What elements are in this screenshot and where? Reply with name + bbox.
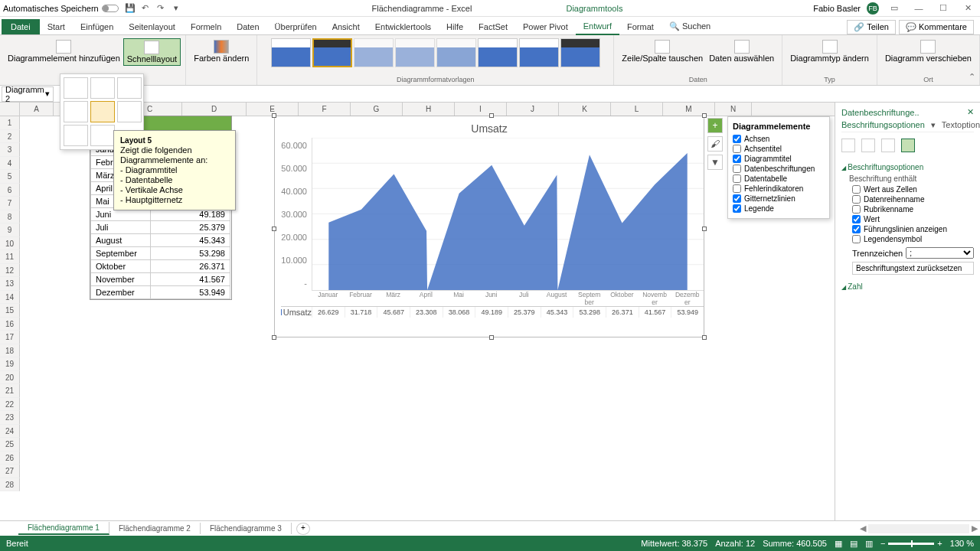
change-colors-button[interactable]: Farben ändern xyxy=(191,38,252,64)
tab-factset[interactable]: FactSet xyxy=(471,19,515,34)
label-options-tab[interactable]: Beschriftungsoptionen xyxy=(841,120,925,130)
chart-filters-button[interactable]: ▼ xyxy=(707,155,723,170)
label-option[interactable]: Datenreihenname xyxy=(852,194,974,204)
element-option[interactable]: Achsentitel xyxy=(733,144,825,154)
element-option[interactable]: Datenbeschriftungen xyxy=(733,164,825,174)
tab-developer[interactable]: Entwicklertools xyxy=(368,19,439,34)
element-option[interactable]: Diagrammtitel xyxy=(733,154,825,164)
label-option[interactable]: Wert xyxy=(852,214,974,224)
separator-select[interactable]: ; xyxy=(906,247,974,259)
tab-help[interactable]: Hilfe xyxy=(439,19,471,34)
context-tab-title: Diagrammtools xyxy=(566,4,622,13)
close-pane-icon[interactable]: ✕ xyxy=(967,107,974,117)
sheet-tab-1[interactable]: Flächendiagramme 1 xyxy=(18,522,109,535)
layout-1[interactable] xyxy=(64,77,88,99)
label-option[interactable]: Führungslinien anzeigen xyxy=(852,224,974,234)
layout-4[interactable] xyxy=(64,101,88,122)
autosave-toggle[interactable]: Automatisches Speichern xyxy=(3,4,119,13)
tab-review[interactable]: Überprüfen xyxy=(267,19,325,34)
chart-elements-button[interactable]: + xyxy=(707,118,723,133)
qat-customize-icon[interactable]: ▾ xyxy=(171,3,181,14)
add-chart-element-button[interactable]: Diagrammelement hinzufügen xyxy=(5,38,123,66)
zoom-slider[interactable]: −+ xyxy=(880,539,942,548)
element-option[interactable]: Achsen xyxy=(733,134,825,144)
sheet-tab-3[interactable]: Flächendiagramme 3 xyxy=(201,523,292,534)
chart-styles-gallery[interactable] xyxy=(271,38,600,67)
label-option[interactable]: Legendensymbol xyxy=(852,234,974,244)
size-icon[interactable] xyxy=(881,139,895,152)
layout-8[interactable] xyxy=(90,125,115,146)
maximize-icon[interactable]: ☐ xyxy=(934,3,952,13)
format-data-labels-pane: Datenbeschriftunge..✕ Beschriftungsoptio… xyxy=(835,103,980,520)
label-options-icon[interactable] xyxy=(901,139,915,152)
minimize-icon[interactable]: — xyxy=(910,4,928,13)
element-option[interactable]: Gitternetzlinien xyxy=(733,194,825,204)
chart-data-table: Umsatz 26.62931.71845.68723.30838.06849.… xyxy=(281,306,704,318)
comments-button[interactable]: 💬 Kommentare xyxy=(899,20,974,34)
sheet-tab-2[interactable]: Flächendiagramme 2 xyxy=(109,523,201,534)
quick-layout-button[interactable]: Schnelllayout xyxy=(123,38,181,66)
style-1[interactable] xyxy=(271,38,311,67)
collapse-ribbon-icon[interactable]: ⌃ xyxy=(969,72,975,82)
name-box[interactable]: Diagramm 2▾ xyxy=(2,86,54,102)
layout-5[interactable] xyxy=(90,101,115,122)
tab-view[interactable]: Ansicht xyxy=(325,19,368,34)
chart-styles-button[interactable]: 🖌 xyxy=(707,136,723,152)
chart-object[interactable]: Umsatz 60.00050.00040.00030.00020.00010.… xyxy=(274,116,704,337)
redo-icon[interactable]: ↷ xyxy=(155,3,166,14)
label-option[interactable]: Wert aus Zellen xyxy=(852,184,974,194)
effects-icon[interactable] xyxy=(861,139,875,152)
text-options-tab[interactable]: Textoptionen xyxy=(942,120,980,130)
element-option[interactable]: Datentabelle xyxy=(733,174,825,184)
reset-label-button[interactable]: Beschriftungstext zurücksetzen xyxy=(852,262,974,275)
view-page-icon[interactable]: ▤ xyxy=(850,539,858,549)
style-3[interactable] xyxy=(354,38,394,67)
label-option[interactable]: Rubrikenname xyxy=(852,204,974,214)
move-chart-button[interactable]: Diagramm verschieben xyxy=(882,38,975,64)
tab-powerpivot[interactable]: Power Pivot xyxy=(515,19,576,34)
sheet-tab-bar: Flächendiagramme 1 Flächendiagramme 2 Fl… xyxy=(0,520,980,536)
layout-2[interactable] xyxy=(90,77,115,99)
user-name[interactable]: Fabio Basler xyxy=(813,4,861,13)
tab-pagelayout[interactable]: Seitenlayout xyxy=(121,19,183,34)
share-button[interactable]: 🔗 Teilen xyxy=(847,20,896,34)
switch-row-col-button[interactable]: Zeile/Spalte tauschen xyxy=(619,38,706,64)
style-6[interactable] xyxy=(478,38,518,67)
select-data-button[interactable]: Daten auswählen xyxy=(706,38,777,64)
close-icon[interactable]: ✕ xyxy=(959,3,977,13)
add-sheet-button[interactable]: + xyxy=(296,523,310,535)
ribbon-display-icon[interactable]: ▭ xyxy=(885,3,903,13)
element-option[interactable]: Fehlerindikatoren xyxy=(733,184,825,194)
view-break-icon[interactable]: ▥ xyxy=(865,539,873,549)
view-normal-icon[interactable]: ▦ xyxy=(835,539,842,549)
style-2[interactable] xyxy=(312,38,352,67)
user-avatar[interactable]: FB xyxy=(867,2,879,15)
status-sum: Summe: 460.505 xyxy=(763,539,827,548)
layout-tooltip: Layout 5 Zeigt die folgenden Diagrammele… xyxy=(113,130,236,210)
element-option[interactable]: Legende xyxy=(733,204,825,214)
save-icon[interactable]: 💾 xyxy=(125,3,136,14)
style-4[interactable] xyxy=(395,38,435,67)
tab-data[interactable]: Daten xyxy=(229,19,266,34)
plot-area[interactable] xyxy=(312,138,704,291)
undo-icon[interactable]: ↶ xyxy=(140,3,151,14)
chart-elements-menu: Diagrammelemente AchsenAchsentitelDiagra… xyxy=(727,116,830,219)
y-axis: 60.00050.00040.00030.00020.00010.000- xyxy=(275,138,312,291)
layout-3[interactable] xyxy=(117,77,142,99)
tab-design[interactable]: Entwurf xyxy=(576,18,619,35)
style-5[interactable] xyxy=(436,38,476,67)
tab-format[interactable]: Format xyxy=(619,19,662,34)
tab-insert[interactable]: Einfügen xyxy=(73,19,121,34)
chart-title[interactable]: Umsatz xyxy=(275,116,704,138)
search-box[interactable]: 🔍 Suchen xyxy=(662,18,718,34)
tab-start[interactable]: Start xyxy=(40,19,73,34)
zoom-level[interactable]: 130 % xyxy=(950,539,974,548)
file-tab[interactable]: Datei xyxy=(2,19,40,34)
fill-icon[interactable] xyxy=(841,139,855,152)
style-8[interactable] xyxy=(560,38,600,67)
style-7[interactable] xyxy=(519,38,559,67)
layout-7[interactable] xyxy=(64,125,88,146)
tab-formulas[interactable]: Formeln xyxy=(183,19,229,34)
layout-6[interactable] xyxy=(117,101,142,122)
change-chart-type-button[interactable]: Diagrammtyp ändern xyxy=(787,38,872,64)
